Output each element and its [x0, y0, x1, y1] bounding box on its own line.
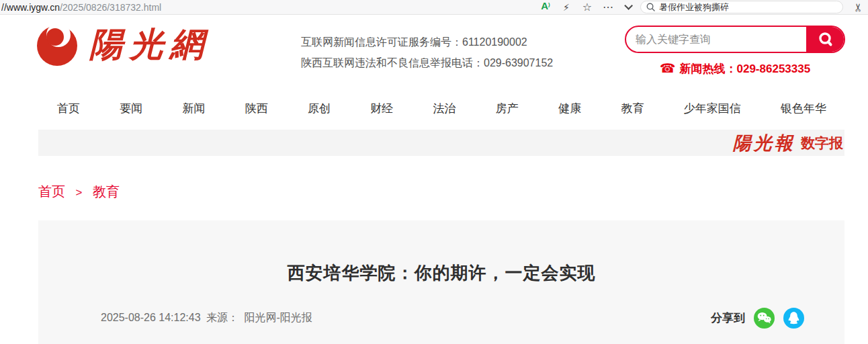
breadcrumb-home[interactable]: 首页	[38, 184, 65, 199]
url-bar[interactable]: //www.iygw.cn/2025/0826/318732.html	[1, 2, 161, 13]
breadcrumb-area: 首页 > 教育	[0, 156, 868, 220]
article-panel: 西安培华学院：你的期许，一定会实现 2025-08-26 14:12:43 来源…	[0, 220, 868, 344]
url-path: /2025/0826/318732.html	[60, 2, 161, 13]
article-source: 阳光网-阳光报	[244, 312, 312, 323]
nav-item-senior[interactable]: 银色年华	[781, 101, 826, 116]
read-aloud-icon[interactable]: A)	[540, 0, 551, 15]
nav-item-youth[interactable]: 少年家国信	[684, 101, 741, 116]
nav-item-news[interactable]: 新闻	[183, 101, 206, 116]
url-host: //www.iygw.cn	[1, 2, 60, 13]
subheader-strip: 陽光報 数字报	[0, 130, 868, 156]
license-line-1: 互联网新闻信息许可证服务编号：61120190002	[301, 32, 553, 52]
nav-item-shaanxi[interactable]: 陕西	[245, 101, 268, 116]
article-datetime: 2025-08-26 14:12:43	[101, 312, 201, 323]
nav-item-home[interactable]: 首页	[57, 101, 80, 116]
favorite-star-icon[interactable]: ☆	[582, 1, 593, 14]
breadcrumb: 首页 > 教育	[38, 156, 844, 201]
lightning-icon[interactable]: ⚡	[561, 1, 572, 14]
article-meta: 2025-08-26 14:12:43 来源： 阳光网-阳光报	[101, 311, 315, 325]
wechat-share-icon[interactable]	[754, 308, 775, 329]
nav-item-health[interactable]: 健康	[558, 101, 581, 116]
phone-icon: ☎	[660, 61, 676, 75]
nav-item-realestate[interactable]: 房产	[496, 101, 519, 116]
article-meta-row: 2025-08-26 14:12:43 来源： 阳光网-阳光报 分享到	[38, 308, 844, 329]
share-bar: 分享到	[711, 308, 804, 329]
more-menu-icon[interactable]: ⋯	[603, 1, 614, 14]
license-line-2: 陕西互联网违法和不良信息举报电话：029-63907152	[301, 52, 553, 73]
hotline-label: 新闻热线：	[680, 62, 737, 75]
breadcrumb-current[interactable]: 教育	[93, 184, 120, 199]
nav-item-finance[interactable]: 财经	[370, 101, 393, 116]
search-icon	[646, 3, 655, 11]
site-header: 陽光網 互联网新闻信息许可证服务编号：61120190002 陕西互联网违法和不…	[0, 15, 868, 87]
news-hotline: ☎新闻热线：029-86253335	[625, 60, 845, 77]
browser-toolbar: //www.iygw.cn/2025/0826/318732.html A) ⚡…	[0, 0, 868, 15]
share-label: 分享到	[711, 310, 745, 326]
main-nav: 首页 要闻 新闻 陕西 原创 财经 法治 房产 健康 教育 少年家国信 银色年华	[0, 87, 868, 130]
nav-item-law[interactable]: 法治	[433, 101, 456, 116]
nav-item-headlines[interactable]: 要闻	[120, 101, 142, 116]
nav-item-education[interactable]: 教育	[621, 101, 644, 116]
paper-logo-text[interactable]: 陽光報	[733, 131, 795, 155]
site-search-input[interactable]	[626, 34, 806, 46]
site-search-area: ☎新闻热线：029-86253335	[625, 26, 845, 77]
browser-search-input[interactable]	[659, 2, 837, 12]
browser-actions: A) ⚡ ☆ ⋯ ✂	[540, 0, 864, 15]
article-source-label: 来源：	[206, 312, 238, 323]
chevron-down-icon[interactable]	[624, 1, 633, 10]
sun-logo-icon	[37, 23, 80, 66]
article-title: 西安培华学院：你的期许，一定会实现	[38, 261, 844, 285]
site-search-button[interactable]	[806, 26, 845, 53]
breadcrumb-separator: >	[76, 186, 83, 199]
digital-paper-link[interactable]: 数字报	[801, 134, 843, 153]
site-logo-text: 陽光網	[89, 23, 210, 66]
site-logo[interactable]: 陽光網	[37, 23, 210, 66]
browser-search-box[interactable]	[640, 1, 843, 13]
scissors-clip-icon[interactable]: ✂	[852, 2, 865, 13]
qq-share-icon[interactable]	[783, 308, 804, 329]
site-search-box	[625, 26, 845, 53]
license-info: 互联网新闻信息许可证服务编号：61120190002 陕西互联网违法和不良信息举…	[301, 32, 553, 73]
nav-item-original[interactable]: 原创	[308, 101, 331, 116]
hotline-number: 029-86253335	[737, 62, 811, 75]
search-icon	[817, 31, 834, 48]
